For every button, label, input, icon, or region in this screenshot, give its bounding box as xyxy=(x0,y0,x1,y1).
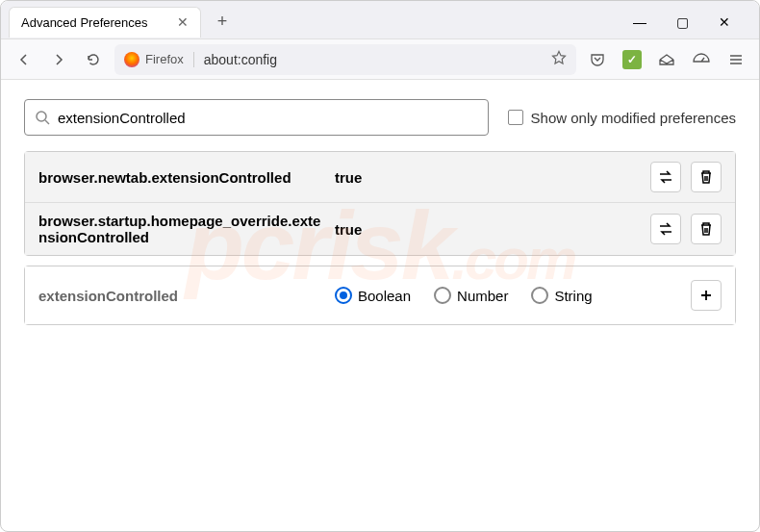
radio-input-boolean[interactable] xyxy=(335,287,352,304)
window-minimize-button[interactable]: — xyxy=(628,11,651,34)
toggle-icon xyxy=(657,220,674,238)
search-input[interactable] xyxy=(58,110,478,126)
type-radio-group: Boolean Number String xyxy=(335,287,683,304)
bookmark-star-icon[interactable] xyxy=(551,50,567,69)
search-box xyxy=(24,99,489,136)
pref-name: browser.newtab.extensionControlled xyxy=(38,169,327,186)
radio-input-string[interactable] xyxy=(531,287,548,304)
radio-label: Boolean xyxy=(358,288,411,304)
radio-number[interactable]: Number xyxy=(434,287,508,304)
delete-button[interactable] xyxy=(691,214,722,244)
plus-icon xyxy=(698,288,714,303)
table-row: browser.startup.homepage_override.extens… xyxy=(25,203,735,255)
reload-button[interactable] xyxy=(80,46,107,73)
add-pref-name: extensionControlled xyxy=(38,288,327,304)
radio-string[interactable]: String xyxy=(531,287,592,304)
search-icon xyxy=(35,110,50,125)
tab-title: Advanced Preferences xyxy=(21,15,148,30)
identity-label: Firefox xyxy=(145,52,184,66)
modified-only-checkbox-wrap[interactable]: Show only modified preferences xyxy=(508,110,736,126)
svg-point-0 xyxy=(37,112,46,121)
firefox-logo-icon xyxy=(124,52,139,67)
url-bar[interactable]: Firefox about:config xyxy=(114,44,576,75)
radio-label: Number xyxy=(457,288,508,304)
window-close-button[interactable]: ✕ xyxy=(713,11,736,34)
dashboard-icon[interactable] xyxy=(688,46,715,73)
modified-only-checkbox[interactable] xyxy=(508,110,523,125)
browser-tab[interactable]: Advanced Preferences ✕ xyxy=(9,7,201,38)
close-tab-icon[interactable]: ✕ xyxy=(177,14,189,30)
pref-name: browser.startup.homepage_override.extens… xyxy=(38,213,327,245)
menu-button[interactable] xyxy=(722,46,749,73)
modified-only-label: Show only modified preferences xyxy=(531,110,736,126)
preferences-table: browser.newtab.extensionControlled true … xyxy=(24,151,736,256)
delete-button[interactable] xyxy=(691,162,722,192)
url-identity: Firefox xyxy=(124,52,194,67)
trash-icon xyxy=(698,221,714,237)
radio-label: String xyxy=(554,288,592,304)
window-maximize-button[interactable]: ▢ xyxy=(671,11,694,34)
radio-boolean[interactable]: Boolean xyxy=(335,287,411,304)
pocket-button[interactable] xyxy=(584,46,611,73)
toggle-icon xyxy=(657,168,674,186)
trash-icon xyxy=(698,169,714,185)
extension-icon[interactable]: ✓ xyxy=(619,46,646,73)
tab-bar: Advanced Preferences ✕ + — ▢ ✕ xyxy=(1,1,759,39)
content-area: Show only modified preferences browser.n… xyxy=(1,80,759,344)
forward-button[interactable] xyxy=(45,46,72,73)
url-text: about:config xyxy=(204,52,542,67)
add-button[interactable] xyxy=(691,280,722,311)
new-tab-button[interactable]: + xyxy=(209,9,236,36)
inbox-icon[interactable] xyxy=(653,46,680,73)
add-preference-table: extensionControlled Boolean Number Strin… xyxy=(24,266,736,325)
radio-input-number[interactable] xyxy=(434,287,451,304)
back-button[interactable] xyxy=(11,46,38,73)
toggle-button[interactable] xyxy=(650,162,681,192)
pref-value: true xyxy=(335,221,643,238)
navigation-bar: Firefox about:config ✓ xyxy=(1,39,759,80)
pref-value: true xyxy=(335,169,643,186)
table-row: browser.newtab.extensionControlled true xyxy=(25,152,735,203)
toggle-button[interactable] xyxy=(650,214,681,244)
